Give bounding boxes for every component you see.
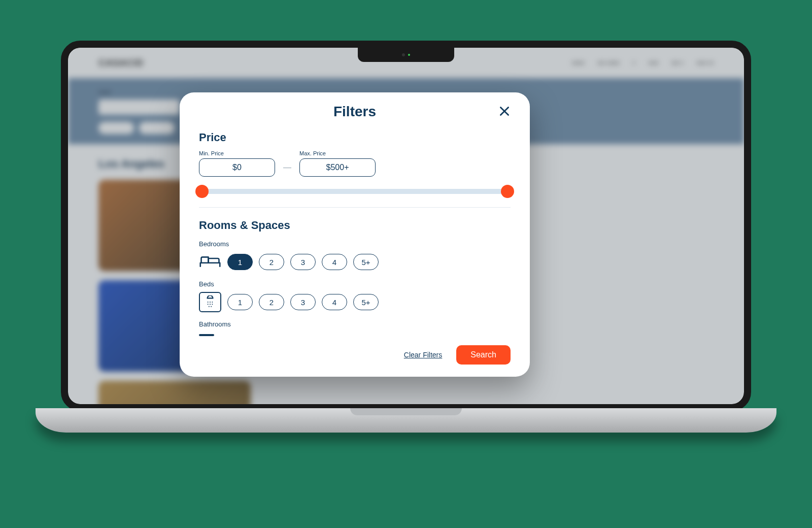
svg-point-9 (211, 306, 212, 307)
bathrooms-label: Bathrooms (199, 320, 511, 328)
notch (358, 48, 454, 62)
svg-point-8 (209, 306, 210, 307)
laptop-frame: CASACID •••••••• ••••••••••••• ••••• •• … (61, 41, 751, 447)
beds-pills: 12345+ (227, 294, 379, 310)
svg-point-4 (212, 302, 213, 303)
pill-option[interactable]: 5+ (353, 294, 379, 310)
laptop-base (36, 408, 776, 433)
svg-point-7 (212, 304, 213, 305)
svg-point-2 (208, 302, 209, 303)
close-icon (498, 105, 511, 119)
beds-label: Beds (199, 280, 511, 288)
price-dash: — (283, 158, 291, 177)
pill-option[interactable]: 2 (259, 294, 284, 310)
divider (199, 207, 511, 208)
svg-point-3 (210, 302, 211, 303)
shower-icon (199, 292, 221, 312)
filters-modal: Filters Price Min. Price — (180, 92, 530, 377)
laptop-screen: CASACID •••••••• ••••••••••••• ••••• •• … (61, 41, 751, 411)
bedrooms-label: Bedrooms (199, 240, 511, 248)
bathrooms-cutoff (199, 334, 214, 336)
bedrooms-pills: 12345+ (227, 254, 379, 270)
search-button[interactable]: Search (456, 345, 511, 365)
close-button[interactable] (495, 103, 514, 121)
bed-icon (199, 252, 221, 272)
modal-title: Filters (199, 104, 511, 120)
pill-option[interactable]: 5+ (353, 254, 379, 270)
price-section-title: Price (199, 131, 511, 144)
svg-point-5 (208, 304, 209, 305)
clear-filters-link[interactable]: Clear Filters (404, 351, 442, 359)
max-price-label: Max. Price (299, 150, 376, 156)
rooms-section-title: Rooms & Spaces (199, 219, 511, 232)
range-handle-min[interactable] (195, 185, 209, 198)
pill-option[interactable]: 2 (259, 254, 284, 270)
screen-content: CASACID •••••••• ••••••••••••• ••••• •• … (68, 48, 744, 404)
camera-dot (402, 53, 405, 56)
pill-option[interactable]: 4 (322, 254, 347, 270)
max-price-input[interactable] (299, 158, 376, 177)
pill-option[interactable]: 1 (227, 294, 253, 310)
svg-point-6 (210, 304, 211, 305)
price-range-slider[interactable] (202, 189, 507, 194)
min-price-input[interactable] (199, 158, 275, 177)
bedrooms-row: 12345+ (199, 252, 511, 272)
pill-option[interactable]: 3 (290, 294, 316, 310)
pill-option[interactable]: 3 (290, 254, 316, 270)
beds-row: 12345+ (199, 292, 511, 312)
pill-option[interactable]: 1 (227, 254, 253, 270)
pill-option[interactable]: 4 (322, 294, 347, 310)
range-handle-max[interactable] (501, 185, 514, 198)
camera-led (408, 54, 410, 56)
min-price-label: Min. Price (199, 150, 275, 156)
